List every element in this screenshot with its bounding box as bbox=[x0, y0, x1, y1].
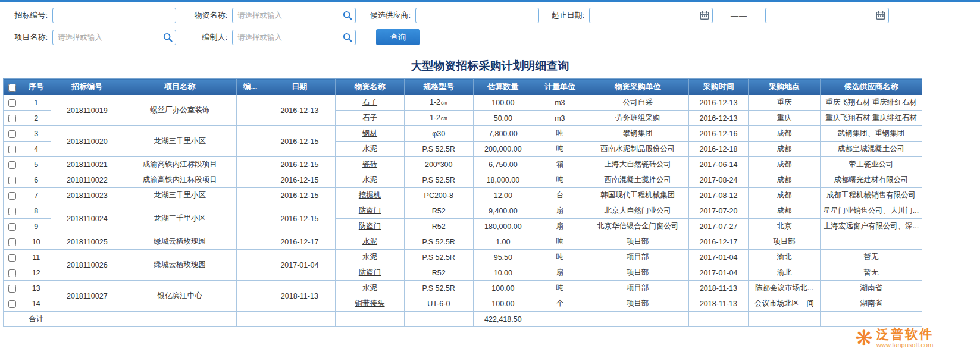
unit-cell: 扇 bbox=[533, 219, 587, 234]
project-name-link[interactable]: 绿城云栖玫瑰园 bbox=[123, 250, 237, 281]
date-cell: 2016-12-15 bbox=[264, 157, 336, 172]
material-link[interactable]: 水泥 bbox=[336, 172, 405, 188]
project-name-link[interactable]: 龙湖三千里小区 bbox=[123, 203, 237, 234]
qty-cell: 180,000.00 bbox=[473, 219, 533, 234]
col-header-bid-no: 招标编号 bbox=[51, 79, 123, 95]
row-checkbox[interactable] bbox=[8, 269, 16, 277]
fanpu-logo-url: www.fanpusoft.com bbox=[876, 341, 934, 349]
unit-cell: 个 bbox=[533, 296, 587, 312]
row-select-cell bbox=[4, 281, 21, 296]
material-link[interactable]: 水泥 bbox=[336, 142, 405, 157]
bid-no-input[interactable] bbox=[52, 8, 176, 23]
material-link[interactable]: 瓷砖 bbox=[336, 157, 405, 172]
start-date-input[interactable] bbox=[589, 8, 713, 23]
material-link[interactable]: 石子 bbox=[336, 95, 405, 111]
project-name-link[interactable]: 龙湖三千里小区 bbox=[123, 126, 237, 157]
row-checkbox[interactable] bbox=[8, 208, 16, 215]
spec-cell: UT-6-0 bbox=[404, 296, 473, 312]
row-checkbox[interactable] bbox=[8, 238, 16, 246]
col-header-purchaser: 物资采购单位 bbox=[587, 79, 688, 95]
bid-no-link[interactable]: 2018110019 bbox=[51, 95, 123, 126]
row-select-cell bbox=[4, 157, 21, 172]
material-link[interactable]: 水泥 bbox=[336, 250, 405, 265]
suppliers-cell: 成都工程机械销售有限公司 bbox=[820, 188, 922, 203]
spec-cell: P.S 52.5R bbox=[404, 250, 473, 265]
material-link[interactable]: 防盗门 bbox=[336, 265, 405, 281]
project-name-link[interactable]: 成渝高铁内江标段项目 bbox=[123, 172, 237, 188]
filter-panel: 招标编号: 物资名称: 候选供应商: 起止日期: bbox=[0, 2, 980, 52]
project-name-link[interactable]: 螺丝厂办公室装饰 bbox=[123, 95, 237, 126]
query-button[interactable]: 查询 bbox=[376, 29, 420, 45]
bid-no-link[interactable]: 2018110026 bbox=[51, 250, 123, 281]
preparer-cell bbox=[237, 157, 264, 172]
row-checkbox[interactable] bbox=[8, 177, 16, 184]
purchaser-cell: 西南混凝土搅拌公司 bbox=[587, 172, 688, 188]
row-checkbox[interactable] bbox=[8, 130, 16, 138]
material-link[interactable]: 钢材 bbox=[336, 126, 405, 142]
purchase-time-cell: 2018-11-13 bbox=[688, 296, 749, 312]
row-checkbox[interactable] bbox=[8, 192, 16, 200]
suppliers-cell: 武钢集团、重钢集团 bbox=[820, 126, 922, 142]
bid-no-link[interactable]: 2018110024 bbox=[51, 203, 123, 234]
seq-cell: 4 bbox=[21, 142, 51, 157]
material-link[interactable]: 石子 bbox=[336, 111, 405, 126]
row-checkbox[interactable] bbox=[8, 146, 16, 153]
bid-no-link[interactable]: 2018110025 bbox=[51, 234, 123, 250]
project-name-link[interactable]: 银亿滨江中心 bbox=[123, 281, 237, 312]
row-checkbox[interactable] bbox=[8, 300, 16, 308]
preparer-input[interactable] bbox=[232, 30, 356, 45]
purchase-time-cell: 2016-12-16 bbox=[688, 126, 749, 142]
search-icon[interactable] bbox=[342, 10, 353, 21]
purchaser-cell: 公司自采 bbox=[587, 95, 688, 111]
qty-cell: 7,800.00 bbox=[473, 126, 533, 142]
row-checkbox[interactable] bbox=[8, 161, 16, 169]
col-header-qty: 估算数量 bbox=[473, 79, 533, 95]
purchase-place-cell: 成都 bbox=[749, 126, 821, 142]
total-label: 合计 bbox=[21, 312, 51, 327]
filter-supplier: 候选供应商: bbox=[369, 8, 539, 23]
search-icon[interactable] bbox=[342, 32, 353, 43]
bid-no-link[interactable]: 2018110023 bbox=[51, 188, 123, 203]
material-link[interactable]: 防盗门 bbox=[336, 203, 405, 219]
purchaser-cell: 西南水泥制品股份公司 bbox=[587, 142, 688, 157]
col-header-seq: 序号 bbox=[21, 79, 51, 95]
material-link[interactable]: 挖掘机 bbox=[336, 188, 405, 203]
material-link[interactable]: 水泥 bbox=[336, 281, 405, 296]
row-checkbox[interactable] bbox=[8, 223, 16, 231]
project-name-link[interactable]: 成渝高铁内江标段项目 bbox=[123, 157, 237, 172]
select-all-checkbox[interactable] bbox=[8, 84, 16, 92]
end-date-input[interactable] bbox=[765, 8, 889, 23]
suppliers-cell: 上海宏远窗户有限公司、深... bbox=[820, 219, 922, 234]
bid-no-link[interactable]: 2018110027 bbox=[51, 281, 123, 312]
seq-cell: 10 bbox=[21, 234, 51, 250]
table-row: 82018110024龙湖三千里小区2016-12-15防盗门R529,400.… bbox=[4, 203, 922, 219]
bid-no-link[interactable]: 2018110021 bbox=[51, 157, 123, 172]
project-input[interactable] bbox=[52, 30, 176, 45]
row-checkbox[interactable] bbox=[8, 285, 16, 293]
row-checkbox[interactable] bbox=[8, 115, 16, 122]
calendar-icon[interactable] bbox=[699, 10, 710, 21]
bid-no-link[interactable]: 2018110022 bbox=[51, 172, 123, 188]
purchaser-cell: 项目部 bbox=[587, 265, 688, 281]
table-row: 132018110027银亿滨江中心2018-11-13水泥P.S 52.5R1… bbox=[4, 281, 922, 296]
filter-preparer: 编制人: bbox=[193, 30, 356, 45]
spec-cell: P.S 52.5R bbox=[404, 234, 473, 250]
project-name-link[interactable]: 绿城云栖玫瑰园 bbox=[123, 234, 237, 250]
row-select-cell bbox=[4, 203, 21, 219]
bid-no-link[interactable]: 2018110020 bbox=[51, 126, 123, 157]
seq-cell: 5 bbox=[21, 157, 51, 172]
material-input[interactable] bbox=[232, 8, 356, 23]
row-select-cell bbox=[4, 172, 21, 188]
unit-cell: 吨 bbox=[533, 234, 587, 250]
project-name-link[interactable]: 龙湖三千里小区 bbox=[123, 188, 237, 203]
material-link[interactable]: 铜带接头 bbox=[336, 296, 405, 312]
material-link[interactable]: 水泥 bbox=[336, 234, 405, 250]
calendar-icon[interactable] bbox=[875, 10, 886, 21]
row-checkbox[interactable] bbox=[8, 254, 16, 262]
material-link[interactable]: 防盗门 bbox=[336, 219, 405, 234]
suppliers-cell: 暂无 bbox=[820, 265, 922, 281]
col-header-suppliers: 候选供应商名称 bbox=[820, 79, 922, 95]
row-checkbox[interactable] bbox=[8, 99, 16, 107]
search-icon[interactable] bbox=[162, 32, 173, 43]
supplier-input[interactable] bbox=[415, 8, 539, 23]
